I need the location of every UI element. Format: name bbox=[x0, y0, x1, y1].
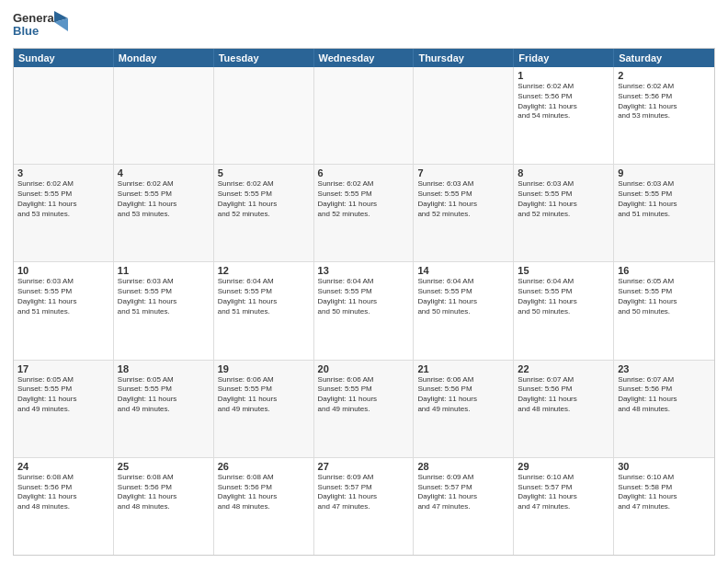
day-number: 17 bbox=[17, 363, 109, 374]
day-number: 19 bbox=[218, 363, 310, 374]
cell-text: Sunrise: 6:02 AMSunset: 5:55 PMDaylight:… bbox=[218, 179, 310, 219]
cal-cell: 19Sunrise: 6:06 AMSunset: 5:55 PMDayligh… bbox=[214, 361, 314, 457]
cell-text: Sunrise: 6:02 AMSunset: 5:55 PMDaylight:… bbox=[17, 179, 109, 219]
cal-cell bbox=[314, 67, 415, 164]
cal-cell: 13Sunrise: 6:04 AMSunset: 5:55 PMDayligh… bbox=[314, 262, 415, 359]
cal-cell: 20Sunrise: 6:06 AMSunset: 5:55 PMDayligh… bbox=[314, 361, 415, 457]
cell-text: Sunrise: 6:06 AMSunset: 5:55 PMDaylight:… bbox=[318, 375, 410, 415]
calendar: SundayMondayTuesdayWednesdayThursdayFrid… bbox=[13, 48, 715, 556]
cell-text: Sunrise: 6:05 AMSunset: 5:55 PMDaylight:… bbox=[118, 375, 210, 415]
cell-text: Sunrise: 6:04 AMSunset: 5:55 PMDaylight:… bbox=[417, 277, 509, 316]
cal-cell: 22Sunrise: 6:07 AMSunset: 5:56 PMDayligh… bbox=[514, 361, 614, 457]
day-number: 14 bbox=[417, 265, 509, 276]
cell-text: Sunrise: 6:05 AMSunset: 5:55 PMDaylight:… bbox=[618, 277, 711, 316]
cell-text: Sunrise: 6:07 AMSunset: 5:56 PMDaylight:… bbox=[618, 375, 711, 415]
cal-cell bbox=[114, 67, 214, 164]
day-number: 27 bbox=[318, 461, 410, 472]
week-row-5: 24Sunrise: 6:08 AMSunset: 5:56 PMDayligh… bbox=[14, 457, 714, 555]
cal-cell: 21Sunrise: 6:06 AMSunset: 5:56 PMDayligh… bbox=[414, 361, 514, 457]
day-number: 29 bbox=[518, 461, 609, 472]
cal-cell: 9Sunrise: 6:03 AMSunset: 5:55 PMDaylight… bbox=[614, 165, 714, 261]
calendar-header: SundayMondayTuesdayWednesdayThursdayFrid… bbox=[14, 49, 714, 67]
cal-cell: 27Sunrise: 6:09 AMSunset: 5:57 PMDayligh… bbox=[314, 458, 415, 555]
cal-cell: 18Sunrise: 6:05 AMSunset: 5:55 PMDayligh… bbox=[114, 361, 214, 457]
day-number: 28 bbox=[417, 461, 509, 472]
logo-svg: GeneralBlue bbox=[13, 9, 68, 42]
day-number: 26 bbox=[218, 461, 310, 472]
cell-text: Sunrise: 6:04 AMSunset: 5:55 PMDaylight:… bbox=[318, 277, 410, 316]
day-number: 22 bbox=[518, 363, 609, 374]
cell-text: Sunrise: 6:04 AMSunset: 5:55 PMDaylight:… bbox=[518, 277, 609, 316]
cell-text: Sunrise: 6:06 AMSunset: 5:55 PMDaylight:… bbox=[218, 375, 310, 415]
cal-cell: 17Sunrise: 6:05 AMSunset: 5:55 PMDayligh… bbox=[14, 361, 114, 457]
header-day-sunday: Sunday bbox=[14, 49, 114, 67]
cal-cell: 8Sunrise: 6:03 AMSunset: 5:55 PMDaylight… bbox=[514, 165, 614, 261]
cal-cell: 5Sunrise: 6:02 AMSunset: 5:55 PMDaylight… bbox=[214, 165, 314, 261]
svg-text:General: General bbox=[13, 11, 57, 25]
cell-text: Sunrise: 6:08 AMSunset: 5:56 PMDaylight:… bbox=[118, 473, 210, 512]
cal-cell: 11Sunrise: 6:03 AMSunset: 5:55 PMDayligh… bbox=[114, 262, 214, 359]
day-number: 24 bbox=[17, 461, 109, 472]
header-day-monday: Monday bbox=[114, 49, 214, 67]
day-number: 16 bbox=[618, 265, 711, 276]
cell-text: Sunrise: 6:10 AMSunset: 5:57 PMDaylight:… bbox=[518, 473, 609, 512]
logo: GeneralBlue bbox=[13, 9, 68, 42]
cal-cell: 28Sunrise: 6:09 AMSunset: 5:57 PMDayligh… bbox=[414, 458, 514, 555]
week-row-4: 17Sunrise: 6:05 AMSunset: 5:55 PMDayligh… bbox=[14, 360, 714, 457]
cal-cell: 2Sunrise: 6:02 AMSunset: 5:56 PMDaylight… bbox=[614, 67, 714, 164]
cal-cell: 14Sunrise: 6:04 AMSunset: 5:55 PMDayligh… bbox=[414, 262, 514, 359]
day-number: 1 bbox=[518, 70, 609, 81]
cell-text: Sunrise: 6:10 AMSunset: 5:58 PMDaylight:… bbox=[618, 473, 711, 512]
cal-cell: 6Sunrise: 6:02 AMSunset: 5:55 PMDaylight… bbox=[314, 165, 415, 261]
cell-text: Sunrise: 6:08 AMSunset: 5:56 PMDaylight:… bbox=[218, 473, 310, 512]
cell-text: Sunrise: 6:04 AMSunset: 5:55 PMDaylight:… bbox=[218, 277, 310, 316]
day-number: 20 bbox=[318, 363, 410, 374]
cal-cell bbox=[414, 67, 514, 164]
week-row-3: 10Sunrise: 6:03 AMSunset: 5:55 PMDayligh… bbox=[14, 261, 714, 359]
calendar-body: 1Sunrise: 6:02 AMSunset: 5:56 PMDaylight… bbox=[14, 67, 714, 555]
cell-text: Sunrise: 6:05 AMSunset: 5:55 PMDaylight:… bbox=[17, 375, 109, 415]
cell-text: Sunrise: 6:03 AMSunset: 5:55 PMDaylight:… bbox=[618, 179, 711, 219]
cell-text: Sunrise: 6:02 AMSunset: 5:55 PMDaylight:… bbox=[118, 179, 210, 219]
cell-text: Sunrise: 6:08 AMSunset: 5:56 PMDaylight:… bbox=[17, 473, 109, 512]
cal-cell: 29Sunrise: 6:10 AMSunset: 5:57 PMDayligh… bbox=[514, 458, 614, 555]
cell-text: Sunrise: 6:02 AMSunset: 5:55 PMDaylight:… bbox=[318, 179, 410, 219]
cell-text: Sunrise: 6:02 AMSunset: 5:56 PMDaylight:… bbox=[618, 82, 711, 121]
cal-cell: 23Sunrise: 6:07 AMSunset: 5:56 PMDayligh… bbox=[614, 361, 714, 457]
cell-text: Sunrise: 6:03 AMSunset: 5:55 PMDaylight:… bbox=[118, 277, 210, 316]
week-row-2: 3Sunrise: 6:02 AMSunset: 5:55 PMDaylight… bbox=[14, 164, 714, 261]
cal-cell bbox=[14, 67, 114, 164]
cal-cell: 1Sunrise: 6:02 AMSunset: 5:56 PMDaylight… bbox=[514, 67, 614, 164]
day-number: 12 bbox=[218, 265, 310, 276]
cell-text: Sunrise: 6:09 AMSunset: 5:57 PMDaylight:… bbox=[318, 473, 410, 512]
day-number: 11 bbox=[118, 265, 210, 276]
day-number: 23 bbox=[618, 363, 711, 374]
week-row-1: 1Sunrise: 6:02 AMSunset: 5:56 PMDaylight… bbox=[14, 67, 714, 164]
cell-text: Sunrise: 6:03 AMSunset: 5:55 PMDaylight:… bbox=[417, 179, 509, 219]
day-number: 4 bbox=[118, 167, 210, 178]
header-day-tuesday: Tuesday bbox=[214, 49, 314, 67]
day-number: 6 bbox=[318, 167, 410, 178]
day-number: 3 bbox=[17, 167, 109, 178]
cell-text: Sunrise: 6:03 AMSunset: 5:55 PMDaylight:… bbox=[17, 277, 109, 316]
day-number: 25 bbox=[118, 461, 210, 472]
cal-cell: 3Sunrise: 6:02 AMSunset: 5:55 PMDaylight… bbox=[14, 165, 114, 261]
header: GeneralBlue bbox=[13, 9, 715, 42]
day-number: 2 bbox=[618, 70, 711, 81]
day-number: 10 bbox=[17, 265, 109, 276]
cal-cell: 30Sunrise: 6:10 AMSunset: 5:58 PMDayligh… bbox=[614, 458, 714, 555]
day-number: 15 bbox=[518, 265, 609, 276]
cal-cell: 12Sunrise: 6:04 AMSunset: 5:55 PMDayligh… bbox=[214, 262, 314, 359]
header-day-saturday: Saturday bbox=[614, 49, 714, 67]
cal-cell: 25Sunrise: 6:08 AMSunset: 5:56 PMDayligh… bbox=[114, 458, 214, 555]
cell-text: Sunrise: 6:02 AMSunset: 5:56 PMDaylight:… bbox=[518, 82, 609, 121]
day-number: 7 bbox=[417, 167, 509, 178]
cell-text: Sunrise: 6:03 AMSunset: 5:55 PMDaylight:… bbox=[518, 179, 609, 219]
cal-cell: 24Sunrise: 6:08 AMSunset: 5:56 PMDayligh… bbox=[14, 458, 114, 555]
header-day-friday: Friday bbox=[514, 49, 614, 67]
day-number: 21 bbox=[417, 363, 509, 374]
cal-cell: 16Sunrise: 6:05 AMSunset: 5:55 PMDayligh… bbox=[614, 262, 714, 359]
cell-text: Sunrise: 6:07 AMSunset: 5:56 PMDaylight:… bbox=[518, 375, 609, 415]
cal-cell: 26Sunrise: 6:08 AMSunset: 5:56 PMDayligh… bbox=[214, 458, 314, 555]
cell-text: Sunrise: 6:06 AMSunset: 5:56 PMDaylight:… bbox=[417, 375, 509, 415]
